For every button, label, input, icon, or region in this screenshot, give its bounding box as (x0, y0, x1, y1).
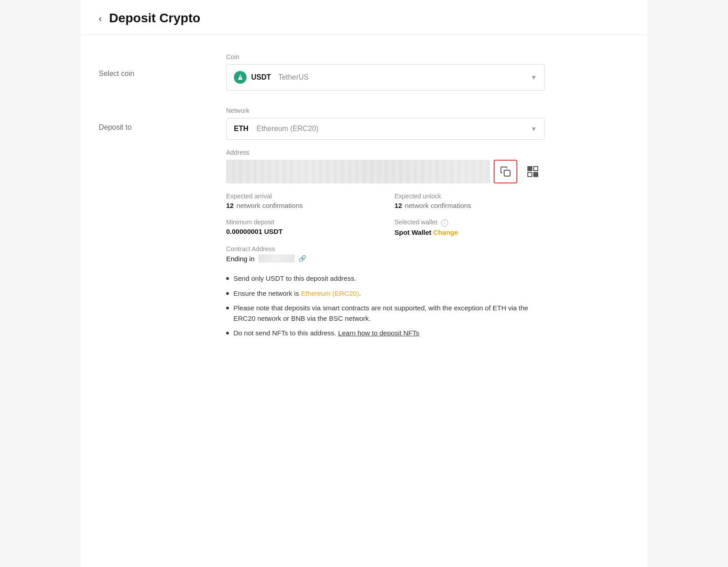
select-coin-row: Select coin Coin USDT TetherUS (99, 53, 629, 91)
notice-item-3: Please note that deposits via smart cont… (226, 303, 545, 324)
minimum-deposit-value: 0.00000001 USDT (226, 228, 376, 235)
bullet-2 (226, 292, 229, 295)
coin-select[interactable]: USDT TetherUS ▼ (226, 64, 545, 91)
change-wallet-link[interactable]: Change (433, 228, 458, 236)
expected-unlock-num: 12 (394, 202, 402, 209)
expected-arrival-value: 12 network confirmations (226, 202, 376, 209)
coin-symbol: USDT (251, 73, 271, 81)
copy-icon (500, 166, 511, 177)
page-title: Deposit Crypto (109, 11, 201, 25)
content-area: Select coin Coin USDT TetherUS (81, 35, 647, 378)
contract-address-section: Contract Address Ending in 🔗 (226, 245, 545, 263)
address-bar (226, 160, 490, 183)
network-name: Ethereum (ERC20) (257, 125, 318, 133)
info-grid: Expected arrival 12 network confirmation… (226, 192, 545, 236)
spot-wallet-name: Spot Wallet (394, 228, 431, 236)
external-link-icon[interactable]: 🔗 (298, 255, 306, 262)
deposit-to-label: Deposit to (99, 107, 226, 132)
address-row (226, 160, 545, 183)
back-button[interactable]: ‹ (99, 13, 102, 24)
select-coin-label: Select coin (99, 53, 226, 78)
select-coin-content: Coin USDT TetherUS ▼ (226, 53, 545, 91)
expected-unlock: Expected unlock 12 network confirmations (394, 192, 545, 209)
learn-nfts-link[interactable]: Learn how to deposit NFTs (338, 329, 419, 337)
expected-unlock-value: 12 network confirmations (394, 202, 545, 209)
notice-text-1: Send only USDT to this deposit address. (233, 273, 356, 284)
selected-wallet-label: Selected wallet i (394, 218, 545, 227)
network-field-label: Network (226, 107, 545, 114)
qr-code-button[interactable] (521, 160, 545, 183)
notice-item-1: Send only USDT to this deposit address. (226, 273, 545, 284)
bullet-3 (226, 307, 229, 309)
expected-unlock-unit: network confirmations (405, 202, 471, 209)
notice-text-4: Do not send NFTs to this address. Learn … (233, 328, 420, 339)
deposit-to-row: Deposit to Network ETH Ethereum (ERC20) … (99, 107, 629, 343)
notice-text-2: Ensure the network is Ethereum (ERC20). (233, 289, 361, 299)
contract-address-value: Ending in 🔗 (226, 254, 545, 263)
network-code: ETH (234, 125, 248, 133)
network-select[interactable]: ETH Ethereum (ERC20) ▼ (226, 118, 545, 140)
coin-fullname: TetherUS (278, 73, 309, 81)
contract-ending-prefix: Ending in (226, 255, 255, 263)
usdt-icon (234, 71, 247, 84)
contract-address-label: Contract Address (226, 245, 545, 253)
network-dropdown-icon: ▼ (531, 125, 537, 132)
bullet-1 (226, 277, 229, 280)
coin-select-left: USDT TetherUS (234, 71, 308, 84)
svg-rect-1 (239, 77, 241, 77)
bullet-4 (226, 332, 229, 334)
selected-wallet-value: Spot Wallet Change (394, 228, 545, 236)
qr-icon (527, 166, 538, 177)
address-section: Address (226, 149, 545, 339)
expected-arrival-unit: network confirmations (237, 202, 303, 209)
selected-wallet: Selected wallet i Spot Wallet Change (394, 218, 545, 236)
expected-arrival: Expected arrival 12 network confirmation… (226, 192, 376, 209)
info-icon[interactable]: i (441, 219, 448, 227)
address-field-label: Address (226, 149, 545, 156)
minimum-deposit-label: Minimum deposit (226, 218, 376, 226)
notice-item-4: Do not send NFTs to this address. Learn … (226, 328, 545, 339)
page-header: ‹ Deposit Crypto (81, 0, 647, 35)
network-select-left: ETH Ethereum (ERC20) (234, 125, 318, 133)
expected-arrival-num: 12 (226, 202, 234, 209)
contract-hash (258, 254, 295, 263)
coin-dropdown-icon: ▼ (531, 74, 537, 81)
coin-field-label: Coin (226, 53, 545, 61)
notice-list: Send only USDT to this deposit address. … (226, 273, 545, 339)
back-icon: ‹ (99, 13, 102, 24)
minimum-deposit: Minimum deposit 0.00000001 USDT (226, 218, 376, 236)
deposit-to-content: Network ETH Ethereum (ERC20) ▼ Address (226, 107, 545, 343)
expected-unlock-label: Expected unlock (394, 192, 545, 200)
expected-arrival-label: Expected arrival (226, 192, 376, 200)
svg-rect-2 (504, 170, 510, 176)
notice-item-2: Ensure the network is Ethereum (ERC20). (226, 289, 545, 299)
notice-text-3: Please note that deposits via smart cont… (233, 303, 545, 324)
network-highlight-link[interactable]: Ethereum (ERC20) (301, 289, 359, 297)
copy-address-button[interactable] (494, 160, 517, 183)
